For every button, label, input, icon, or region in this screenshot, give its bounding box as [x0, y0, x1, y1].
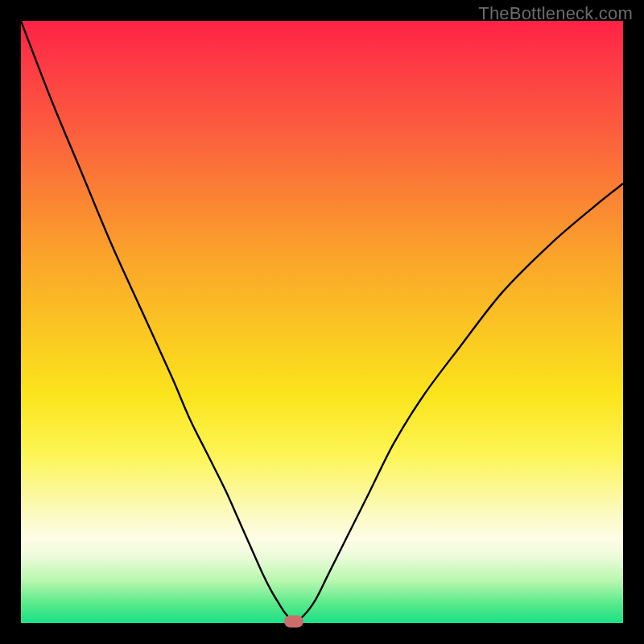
watermark-text: TheBottleneck.com [478, 3, 633, 24]
optimum-marker [284, 615, 303, 627]
bottleneck-curve [21, 21, 623, 623]
plot-area [21, 21, 623, 623]
chart-container: TheBottleneck.com [0, 0, 644, 644]
